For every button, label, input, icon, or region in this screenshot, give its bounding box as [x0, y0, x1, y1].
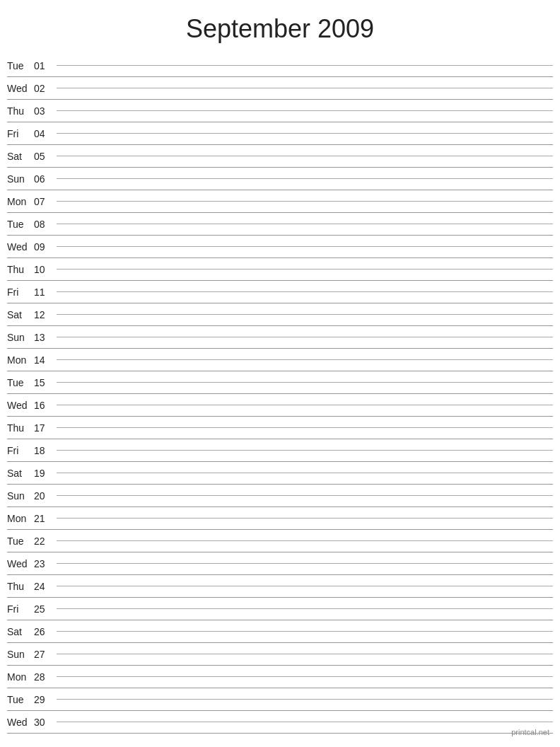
day-line [57, 246, 553, 247]
day-row: Tue15 [7, 371, 553, 394]
day-name: Tue [7, 219, 34, 230]
day-line [57, 337, 553, 337]
day-row: Sun20 [7, 485, 553, 507]
day-name: Sat [7, 151, 34, 162]
day-number: 13 [34, 332, 54, 343]
day-name: Thu [7, 264, 34, 275]
day-line [57, 269, 553, 270]
day-line [57, 540, 553, 541]
day-number: 20 [34, 490, 54, 502]
day-line [57, 495, 553, 496]
day-number: 19 [34, 468, 54, 479]
day-name: Fri [7, 603, 34, 615]
day-name: Tue [7, 377, 34, 388]
day-name: Sat [7, 626, 34, 637]
day-name: Sat [7, 309, 34, 320]
day-line [57, 473, 553, 473]
day-name: Wed [7, 241, 34, 253]
day-number: 07 [34, 196, 54, 207]
day-row: Mon14 [7, 349, 553, 371]
day-number: 22 [34, 535, 54, 547]
day-line [57, 65, 553, 66]
day-name: Wed [7, 717, 34, 728]
day-number: 21 [34, 513, 54, 524]
day-line [57, 224, 553, 224]
day-name: Wed [7, 83, 34, 94]
day-line [57, 563, 553, 564]
day-name: Fri [7, 445, 34, 456]
day-number: 08 [34, 219, 54, 230]
day-row: Thu10 [7, 258, 553, 281]
footer-credit: printcal.net [511, 728, 549, 736]
day-name: Sun [7, 332, 34, 343]
day-row: Thu03 [7, 100, 553, 122]
day-name: Sun [7, 649, 34, 660]
day-row: Thu17 [7, 417, 553, 439]
day-number: 05 [34, 151, 54, 162]
day-number: 16 [34, 400, 54, 411]
day-row: Mon21 [7, 507, 553, 530]
day-name: Tue [7, 60, 34, 71]
day-name: Tue [7, 694, 34, 705]
day-row: Thu24 [7, 575, 553, 598]
day-number: 01 [34, 60, 54, 71]
day-number: 17 [34, 422, 54, 434]
day-line [57, 722, 553, 722]
day-row: Fri25 [7, 598, 553, 620]
day-number: 15 [34, 377, 54, 388]
day-number: 30 [34, 717, 54, 728]
day-row: Wed30 [7, 711, 553, 734]
day-row: Wed09 [7, 236, 553, 258]
day-number: 27 [34, 649, 54, 660]
day-line [57, 110, 553, 111]
day-row: Tue08 [7, 213, 553, 236]
day-name: Mon [7, 354, 34, 366]
day-number: 18 [34, 445, 54, 456]
day-row: Fri04 [7, 122, 553, 145]
calendar-grid: Tue01Wed02Thu03Fri04Sat05Sun06Mon07Tue08… [0, 54, 560, 734]
day-line [57, 699, 553, 700]
day-name: Fri [7, 128, 34, 139]
day-row: Wed23 [7, 552, 553, 575]
day-number: 02 [34, 83, 54, 94]
day-name: Mon [7, 513, 34, 524]
page-title: September 2009 [0, 0, 560, 54]
day-row: Wed02 [7, 77, 553, 100]
day-number: 03 [34, 105, 54, 117]
day-row: Sat26 [7, 620, 553, 643]
day-name: Thu [7, 422, 34, 434]
day-name: Sun [7, 490, 34, 502]
day-line [57, 518, 553, 519]
day-number: 04 [34, 128, 54, 139]
day-row: Sat19 [7, 462, 553, 485]
day-row: Sun27 [7, 643, 553, 666]
day-number: 25 [34, 603, 54, 615]
day-name: Wed [7, 400, 34, 411]
day-number: 12 [34, 309, 54, 320]
day-row: Sun06 [7, 168, 553, 190]
day-line [57, 291, 553, 292]
day-line [57, 676, 553, 677]
day-line [57, 359, 553, 360]
day-name: Thu [7, 105, 34, 117]
day-line [57, 586, 553, 586]
day-name: Wed [7, 558, 34, 569]
day-line [57, 631, 553, 632]
day-line [57, 156, 553, 156]
day-number: 23 [34, 558, 54, 569]
day-name: Mon [7, 196, 34, 207]
day-row: Fri18 [7, 439, 553, 462]
day-number: 10 [34, 264, 54, 275]
day-line [57, 427, 553, 428]
day-row: Tue22 [7, 530, 553, 552]
day-line [57, 133, 553, 134]
day-row: Mon07 [7, 190, 553, 213]
day-number: 26 [34, 626, 54, 637]
day-line [57, 405, 553, 405]
day-number: 09 [34, 241, 54, 253]
day-name: Sat [7, 468, 34, 479]
day-name: Sun [7, 173, 34, 185]
day-name: Thu [7, 581, 34, 592]
day-name: Tue [7, 535, 34, 547]
day-number: 29 [34, 694, 54, 705]
